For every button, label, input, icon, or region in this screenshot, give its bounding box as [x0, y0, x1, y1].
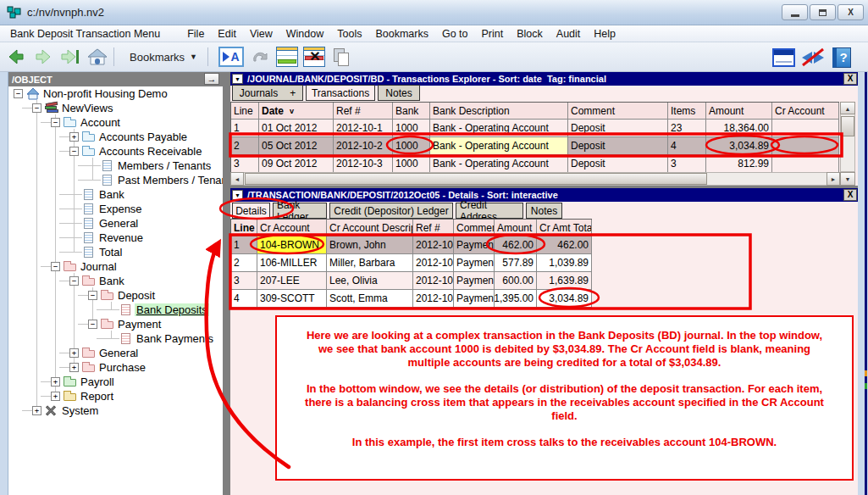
cell-date[interactable]: 09 Oct 2012 [259, 155, 334, 173]
transactions-window-title-bar[interactable]: ▼ /JOURNAL/BANK/DEPOSIT/BD - Transaction… [230, 72, 858, 86]
cell-bank[interactable]: 1000 [393, 137, 430, 155]
tree-item-total[interactable]: Total [8, 245, 223, 259]
tree-item-deposit[interactable]: −Deposit [8, 288, 223, 303]
menu-item-tools[interactable]: Tools [330, 25, 368, 42]
menu-item-go-to[interactable]: Go to [435, 25, 475, 42]
collapse-icon[interactable]: − [51, 262, 60, 271]
collapse-icon[interactable]: − [69, 276, 79, 286]
collapse-icon[interactable]: − [88, 291, 97, 300]
collapse-icon[interactable]: − [51, 118, 60, 127]
cell-cr-account[interactable] [772, 120, 839, 137]
cell-items[interactable]: 23 [668, 120, 706, 137]
back-icon[interactable] [5, 46, 27, 68]
tree-item-payroll[interactable]: +Payroll [8, 375, 223, 389]
tree-item-members-tenants[interactable]: Members / Tenants [8, 159, 223, 173]
collapse-icon[interactable]: − [69, 147, 79, 156]
cell-comment[interactable]: Deposit [568, 155, 668, 173]
cell-ref[interactable]: 2012-10-3 [334, 155, 393, 173]
column-header-ref[interactable]: Ref # [334, 103, 393, 120]
column-header-cr-account[interactable]: Cr Account [772, 103, 839, 120]
no-compare-icon[interactable] [800, 47, 826, 69]
cell-line[interactable]: 1 [231, 120, 259, 137]
cell-line[interactable]: 1 [231, 236, 257, 254]
tree-item-bank[interactable]: Bank [8, 187, 223, 202]
cell-amount[interactable]: 18,364.00 [706, 120, 772, 137]
cell-ref[interactable]: 2012-10-2 [334, 137, 393, 155]
minimize-button[interactable] [782, 4, 808, 20]
expand-icon[interactable]: + [69, 348, 79, 358]
cell-cr-account[interactable]: 106-MILLER [257, 254, 327, 272]
menu-item-file[interactable]: File [180, 25, 211, 42]
bookmarks-dropdown-button[interactable]: Bookmarks▼ [124, 46, 202, 68]
cell-amount[interactable]: 462.00 [495, 236, 537, 254]
transactions-window-close-button[interactable]: X [843, 73, 857, 85]
column-header-cr-amt-total[interactable]: Cr Amt Total [537, 220, 592, 236]
tree-item-accounts-receivable[interactable]: −Accounts Receivable [8, 144, 223, 159]
transactions-tab-notes[interactable]: Notes [378, 85, 420, 101]
cell-items[interactable]: 3 [668, 155, 706, 173]
cell-comment[interactable]: Payment [454, 236, 495, 254]
menu-item-help[interactable]: Help [587, 25, 622, 42]
cell-cr-account-description[interactable]: Lee, Olivia [327, 272, 413, 290]
cell-cr-amt-total[interactable]: 1,639.89 [537, 272, 592, 290]
column-header-bank[interactable]: Bank [393, 103, 430, 120]
details-tab-credit-address[interactable]: Credit Address [456, 203, 523, 219]
panel-divider[interactable] [223, 72, 230, 495]
cell-bank-description[interactable]: Bank - Operating Account [430, 137, 568, 155]
tree-item-accounts-payable[interactable]: +Accounts Payable [8, 130, 223, 144]
cell-line[interactable]: 2 [231, 137, 259, 155]
transactions-tab-transactions[interactable]: Transactions [306, 85, 375, 101]
window-menu-icon[interactable]: ▼ [232, 190, 243, 200]
go-to-last-icon[interactable] [59, 46, 81, 68]
scroll-up-button[interactable]: ▲ [840, 102, 855, 114]
cell-comment[interactable]: Payment [454, 254, 495, 272]
cell-cr-amt-total[interactable]: 462.00 [537, 236, 592, 254]
close-button[interactable]: X [838, 4, 864, 20]
forward-icon[interactable] [32, 46, 54, 68]
new-tab-icon[interactable]: + [290, 87, 296, 99]
column-header-items[interactable]: Items [668, 103, 706, 120]
cell-date[interactable]: 01 Oct 2012 [259, 120, 334, 137]
column-header-comment[interactable]: Comment [568, 103, 668, 120]
scroll-left-button[interactable]: ◄ [230, 172, 244, 186]
column-header-amount[interactable]: Amount [495, 220, 537, 236]
tree-item-account[interactable]: −Account [8, 115, 223, 130]
column-header-bank-description[interactable]: Bank Description [430, 103, 568, 120]
tree-item-purchase[interactable]: +Purchase [8, 360, 223, 375]
cell-comment[interactable]: Payment [454, 290, 495, 308]
cell-ref[interactable]: 2012-10-2 [413, 236, 454, 254]
column-header-cr-account[interactable]: Cr Account [257, 220, 327, 236]
details-window-title-bar[interactable]: ▼ /TRANSACTION/BANK/DEPOSIT/2012Oct05 - … [230, 188, 858, 202]
cell-amount[interactable]: 577.89 [495, 254, 537, 272]
column-header-amount[interactable]: Amount [706, 103, 772, 120]
cell-amount[interactable]: 3,034.89 [706, 137, 772, 155]
tree-item-journal[interactable]: −Journal [8, 259, 223, 274]
window-layout-icon[interactable] [772, 47, 795, 69]
run-block-icon[interactable]: A [218, 46, 244, 68]
delete-table-row-icon[interactable]: ✕ [303, 46, 325, 68]
tree-item-bank-deposits[interactable]: Bank Deposits [8, 303, 223, 317]
cell-amount[interactable]: 812.99 [706, 155, 772, 173]
column-header-cr-account-description[interactable]: Cr Account Description [327, 220, 413, 236]
title-bar[interactable]: c:/nv/nvnph.nv2 X [0, 0, 868, 25]
collapse-icon[interactable]: − [88, 320, 97, 329]
tree-item-payment[interactable]: −Payment [8, 317, 223, 331]
expand-icon[interactable]: + [51, 392, 60, 401]
insert-table-row-icon[interactable] [276, 46, 298, 68]
cell-ref[interactable]: 2012-10-1 [334, 120, 393, 137]
details-tab-bank-ledger[interactable]: Bank Ledger [273, 203, 327, 219]
cell-items[interactable]: 4 [668, 137, 706, 155]
cell-ref[interactable]: 2012-10-2 [413, 290, 454, 308]
tree-item-newviews[interactable]: −NewViews [8, 101, 223, 115]
window-menu-icon[interactable]: ▼ [232, 74, 243, 84]
menu-item-audit[interactable]: Audit [550, 25, 588, 42]
undo-icon[interactable] [249, 46, 271, 68]
details-tab-details[interactable]: Details [232, 203, 270, 219]
menu-item-print[interactable]: Print [475, 25, 511, 42]
cell-cr-account[interactable]: 207-LEE [257, 272, 327, 290]
menu-item-edit[interactable]: Edit [211, 25, 243, 42]
tree-item-general[interactable]: General [8, 216, 223, 231]
cell-cr-account[interactable]: 104-BROWN [257, 236, 327, 254]
cell-bank-description[interactable]: Bank - Operating Account [430, 155, 568, 173]
collapse-icon[interactable]: − [14, 89, 23, 98]
